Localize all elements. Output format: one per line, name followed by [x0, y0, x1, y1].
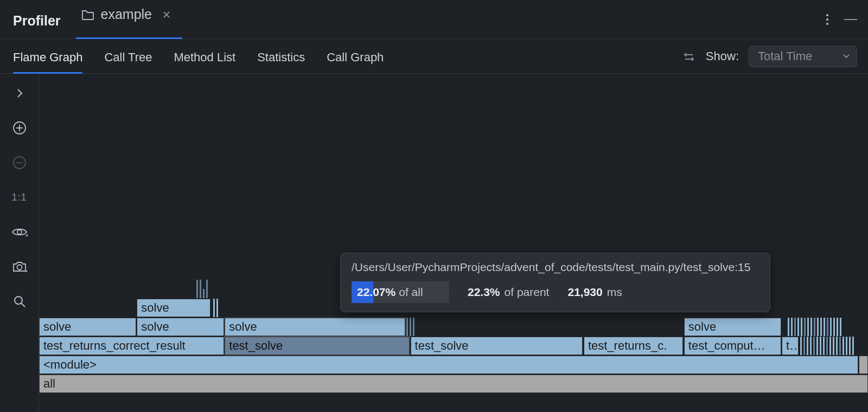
- flame-row-1: <module>: [39, 356, 868, 375]
- flame-row-2: test_returns_correct_result test_solve t…: [39, 337, 868, 356]
- close-icon[interactable]: [163, 11, 170, 18]
- project-tab[interactable]: example: [76, 0, 183, 38]
- flame-block-test-5[interactable]: t…: [782, 337, 799, 355]
- tab-flame-graph[interactable]: Flame Graph: [13, 39, 82, 73]
- project-tab-label: example: [101, 7, 152, 22]
- tooltip-pct-parent-value: 22.3%: [468, 286, 500, 299]
- header-left: Profiler example: [11, 0, 182, 38]
- tooltip-ms: 21,930 ms: [567, 286, 622, 299]
- tooltip-bar: 22.07% of all: [352, 281, 449, 303]
- eye-icon[interactable]: [9, 221, 30, 243]
- flame-block-solve-1[interactable]: solve: [137, 318, 224, 336]
- flame-block-solve-2[interactable]: solve: [225, 318, 405, 336]
- views-actions: Show: Total Time: [682, 46, 857, 67]
- views-bar: Flame Graph Call Tree Method List Statis…: [0, 39, 868, 74]
- zoom-out-icon[interactable]: [9, 152, 30, 173]
- flame-sticks-left: [196, 280, 208, 298]
- tooltip-pct-all-suffix: of all: [399, 286, 423, 299]
- tab-call-graph[interactable]: Call Graph: [327, 39, 384, 73]
- tooltip-pct-parent: 22.3% of parent: [468, 286, 549, 299]
- side-rail: 1:1: [0, 74, 39, 412]
- main-area: 1:1 solve: [0, 74, 868, 412]
- svg-point-5: [17, 230, 22, 234]
- tab-call-tree[interactable]: Call Tree: [104, 39, 152, 73]
- flame-block-solve-top[interactable]: solve: [137, 299, 210, 317]
- flame-block-solve-3[interactable]: solve: [684, 318, 781, 336]
- flame-block-test-4[interactable]: test_comput…: [684, 337, 781, 355]
- reset-zoom-icon[interactable]: 1:1: [9, 186, 30, 208]
- show-dropdown-value: Total Time: [758, 49, 812, 63]
- flame-block-test-2[interactable]: test_solve: [411, 337, 583, 355]
- chevron-down-icon: [843, 54, 850, 59]
- svg-point-6: [17, 265, 22, 270]
- search-icon[interactable]: [9, 291, 30, 312]
- tab-method-list[interactable]: Method List: [174, 39, 235, 73]
- flame-row-0: all: [39, 375, 868, 394]
- flame-block-all[interactable]: all: [39, 375, 868, 393]
- svg-point-7: [15, 297, 22, 304]
- flame-block-test-1[interactable]: test_solve: [225, 337, 410, 355]
- folder-icon: [81, 9, 94, 21]
- tooltip-pct-all: 22.07%: [357, 286, 395, 299]
- flame-row-3: solve solve solve solve: [39, 318, 868, 337]
- views-tabs: Flame Graph Call Tree Method List Statis…: [11, 39, 384, 73]
- flame-block-test-0[interactable]: test_returns_correct_result: [39, 337, 224, 355]
- swap-icon[interactable]: [682, 49, 696, 63]
- show-label: Show:: [706, 49, 739, 63]
- tooltip-ms-value: 21,930: [567, 286, 602, 299]
- tooltip-pct-parent-suffix: of parent: [505, 286, 550, 299]
- more-icon[interactable]: [826, 13, 829, 26]
- header-bar: Profiler example: [0, 0, 868, 39]
- flame-block-module-tail[interactable]: [859, 356, 868, 374]
- svg-point-1: [826, 18, 828, 21]
- svg-point-2: [826, 23, 828, 25]
- zoom-in-icon[interactable]: [9, 117, 30, 139]
- flame-sticks-right-b: [800, 337, 854, 355]
- flame-sticks-right-a: [788, 318, 841, 336]
- flame-block-test-3[interactable]: test_returns_c.: [584, 337, 683, 355]
- frame-tooltip: /Users/User/PycharmProjects/advent_of_co…: [340, 253, 770, 312]
- flame-canvas[interactable]: solve solve solve solve solve t: [39, 74, 868, 412]
- svg-point-0: [826, 14, 828, 16]
- camera-icon[interactable]: [9, 256, 30, 278]
- flame-block-module[interactable]: <module>: [39, 356, 858, 374]
- tooltip-bar-text: 22.07% of all: [352, 281, 449, 303]
- header-right: [826, 13, 857, 26]
- tooltip-path: /Users/User/PycharmProjects/advent_of_co…: [352, 261, 759, 274]
- minimize-icon[interactable]: [844, 19, 857, 20]
- tool-title: Profiler: [11, 13, 76, 38]
- flame-sticks-mid: [406, 318, 414, 336]
- tab-statistics[interactable]: Statistics: [257, 39, 305, 73]
- flame-block-solve-0[interactable]: solve: [39, 318, 136, 336]
- tooltip-ms-suffix: ms: [607, 286, 622, 299]
- show-dropdown[interactable]: Total Time: [749, 46, 857, 67]
- tooltip-stats: 22.07% of all 22.3% of parent 21,930 ms: [352, 281, 759, 303]
- chevron-right-icon[interactable]: [9, 82, 30, 104]
- flame-sticks-top-right: [213, 299, 218, 317]
